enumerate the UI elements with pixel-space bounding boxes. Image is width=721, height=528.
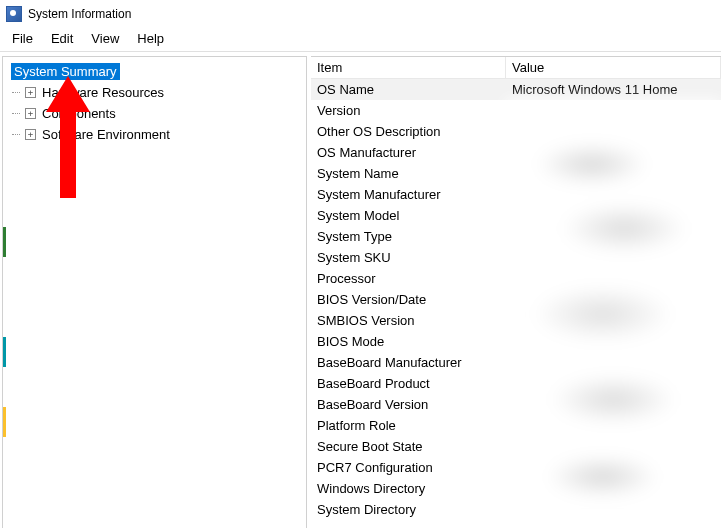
details-panel: Item Value OS NameMicrosoft Windows 11 H… [311,56,721,528]
grid-row[interactable]: OS NameMicrosoft Windows 11 Home [311,79,721,100]
content-area: System Summary + Hardware Resources + Co… [0,52,721,528]
column-header-item[interactable]: Item [311,57,506,78]
cell-item: PCR7 Configuration [311,460,506,475]
menubar: File Edit View Help [0,28,721,52]
menu-view[interactable]: View [83,30,127,47]
grid-row[interactable]: System Directory [311,499,721,520]
grid-header: Item Value [311,57,721,79]
cell-item: System Model [311,208,506,223]
cell-item: System Directory [311,502,506,517]
grid-row[interactable]: BaseBoard Manufacturer [311,352,721,373]
window-title: System Information [28,7,131,21]
tree-connector [12,113,20,114]
grid-row[interactable]: OS Manufacturer [311,142,721,163]
grid-row[interactable]: Secure Boot State [311,436,721,457]
cell-value: Microsoft Windows 11 Home [506,82,721,97]
cell-item: BaseBoard Product [311,376,506,391]
grid-row[interactable]: System Type [311,226,721,247]
grid-row[interactable]: BaseBoard Version [311,394,721,415]
cell-item: BaseBoard Manufacturer [311,355,506,370]
column-header-value[interactable]: Value [506,57,721,78]
menu-edit[interactable]: Edit [43,30,81,47]
tree-node-components[interactable]: + Components [7,103,302,124]
grid-row[interactable]: PCR7 Configuration [311,457,721,478]
tree-connector [12,134,20,135]
cell-item: Processor [311,271,506,286]
grid-row[interactable]: Windows Directory [311,478,721,499]
cell-item: System Type [311,229,506,244]
cell-item: Secure Boot State [311,439,506,454]
grid-row[interactable]: Other OS Description [311,121,721,142]
grid-row[interactable]: Version [311,100,721,121]
menu-file[interactable]: File [4,30,41,47]
cell-item: OS Manufacturer [311,145,506,160]
cell-item: BIOS Version/Date [311,292,506,307]
grid-row[interactable]: BIOS Mode [311,331,721,352]
tree-label: Software Environment [42,127,170,142]
grid-row[interactable]: System Manufacturer [311,184,721,205]
cell-item: BaseBoard Version [311,397,506,412]
tree-connector [12,92,20,93]
cell-item: Windows Directory [311,481,506,496]
tree-node-system-summary[interactable]: System Summary [7,61,302,82]
grid-row[interactable]: System Name [311,163,721,184]
expand-icon[interactable]: + [25,108,36,119]
grid-row[interactable]: Processor [311,268,721,289]
cell-item: System Manufacturer [311,187,506,202]
cell-item: Version [311,103,506,118]
grid-row[interactable]: Platform Role [311,415,721,436]
titlebar: System Information [0,0,721,28]
cell-item: System SKU [311,250,506,265]
cell-item: OS Name [311,82,506,97]
grid-row[interactable]: BIOS Version/Date [311,289,721,310]
cell-item: System Name [311,166,506,181]
app-icon [6,6,22,22]
grid-row[interactable]: System Model [311,205,721,226]
grid-row[interactable]: System SKU [311,247,721,268]
expand-icon[interactable]: + [25,129,36,140]
tree-label: System Summary [11,63,120,80]
cell-item: BIOS Mode [311,334,506,349]
grid-row[interactable]: BaseBoard Product [311,373,721,394]
tree-node-software-environment[interactable]: + Software Environment [7,124,302,145]
tree-node-hardware-resources[interactable]: + Hardware Resources [7,82,302,103]
cell-item: Other OS Description [311,124,506,139]
menu-help[interactable]: Help [129,30,172,47]
tree-label: Hardware Resources [42,85,164,100]
cell-item: SMBIOS Version [311,313,506,328]
grid-body: OS NameMicrosoft Windows 11 HomeVersionO… [311,79,721,520]
expand-icon[interactable]: + [25,87,36,98]
cell-item: Platform Role [311,418,506,433]
sidebar-tree-panel: System Summary + Hardware Resources + Co… [2,56,307,528]
tree-label: Components [42,106,116,121]
grid-row[interactable]: SMBIOS Version [311,310,721,331]
